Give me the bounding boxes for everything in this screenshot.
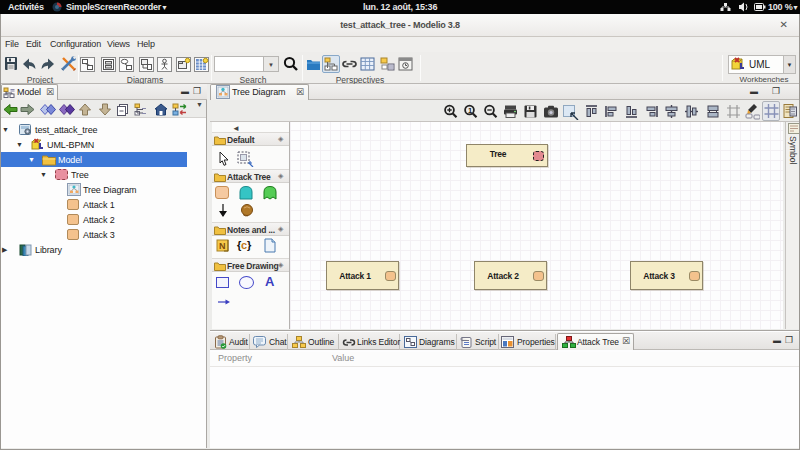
svg-text:N: N [219, 241, 225, 251]
svg-text:1: 1 [468, 106, 472, 115]
